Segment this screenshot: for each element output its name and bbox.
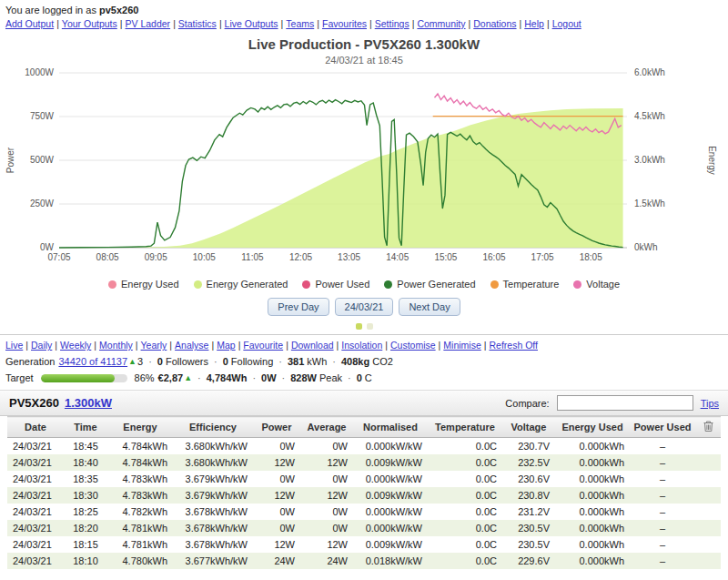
column-header-power-used: Power Used [630, 417, 695, 438]
column-header-efficiency: Efficiency [173, 417, 253, 438]
target-percent: 86% [135, 372, 155, 383]
legend-label: Voltage [586, 279, 620, 290]
nav-link-daily[interactable]: Daily [31, 340, 52, 351]
svg-text:4.5kWh: 4.5kWh [634, 111, 665, 121]
nav-separator: | [337, 340, 339, 351]
cell-energy: 4.783kWh [107, 487, 173, 504]
cell-normalised: 0.000kW/kW [353, 504, 428, 520]
nav-link-customise[interactable]: Customise [390, 340, 436, 351]
legend-item-energy-used: Energy Used [108, 279, 179, 290]
nav-separator: | [94, 340, 96, 351]
divider [0, 334, 728, 335]
nav-link-favourite[interactable]: Favourite [243, 340, 283, 351]
nav-separator: | [520, 18, 522, 29]
nav-link-refresh-off[interactable]: Refresh Off [490, 340, 539, 351]
legend-label: Energy Used [121, 279, 179, 290]
next-day-button[interactable]: Next Day [399, 298, 460, 316]
refresh-indicator [0, 323, 728, 330]
table-row: 24/03/2118:454.784kWh3.680kWh/kW0W0W0.00… [7, 438, 721, 455]
cell-normalised: 0.009kW/kW [353, 536, 428, 553]
system-capacity-link[interactable]: 1.300kW [65, 396, 112, 410]
table-row: 24/03/2118:304.783kWh3.679kWh/kW12W12W0.… [7, 487, 721, 504]
cell-voltage: 230.8V [502, 487, 555, 504]
nav-link-your-outputs[interactable]: Your Outputs [62, 18, 117, 29]
legend-label: Temperature [503, 279, 560, 290]
nav-link-statistics[interactable]: Statistics [178, 18, 217, 29]
cell-efficiency: 3.679kWh/kW [173, 471, 253, 487]
cell-temperature: 0.0C [428, 471, 502, 487]
login-prefix: You are logged in as [5, 5, 99, 15]
rank-up-icon: ▲ [128, 357, 136, 366]
svg-text:14:05: 14:05 [386, 252, 409, 262]
primary-nav: Add Output|Your Outputs|PV Ladder|Statis… [0, 16, 728, 32]
nav-link-download[interactable]: Download [291, 340, 334, 351]
page-title: Live Production - PV5X260 1.300kW [0, 36, 728, 52]
cell-voltage: 230.5V [502, 536, 555, 553]
nav-link-yearly[interactable]: Yearly [141, 340, 167, 351]
nav-link-favourites[interactable]: Favourites [322, 18, 367, 29]
delete-icon[interactable] [695, 417, 721, 438]
cell-actions [695, 504, 721, 520]
cell-energy: 4.781kWh [107, 536, 173, 553]
legend-dot-icon [194, 280, 202, 289]
target-stats: Target 86% €2,87▲ · 4,784Wh · 0W · 828WP… [0, 370, 728, 386]
nav-link-community[interactable]: Community [417, 18, 465, 29]
cell-actions [695, 471, 721, 487]
cell-power-used: – [630, 553, 695, 569]
svg-text:Energy: Energy [707, 146, 717, 175]
nav-separator: | [317, 18, 319, 29]
nav-link-weekly[interactable]: Weekly [60, 340, 91, 351]
legend-label: Power Used [315, 279, 369, 290]
nav-link-settings[interactable]: Settings [375, 18, 410, 29]
table-row: 24/03/2118:254.782kWh3.678kWh/kW0W0W0.00… [7, 504, 721, 520]
cell-time: 18:30 [64, 487, 107, 504]
legend-label: Energy Generated [207, 279, 288, 290]
nav-link-insolation[interactable]: Insolation [341, 340, 382, 351]
production-chart: 0W250W500W750W1000W0kWh1.5kWh3.0kWh4.5kW… [5, 66, 723, 279]
compare-label: Compare: [505, 398, 549, 409]
nav-link-logout[interactable]: Logout [552, 18, 581, 29]
cell-efficiency: 3.678kWh/kW [173, 504, 253, 520]
nav-link-pv-ladder[interactable]: PV Ladder [126, 18, 171, 29]
cell-efficiency: 3.680kWh/kW [173, 438, 253, 455]
nav-separator: | [547, 18, 550, 29]
nav-link-analyse[interactable]: Analyse [175, 340, 208, 351]
legend-item-power-generated: Power Generated [384, 279, 475, 290]
nav-link-map[interactable]: Map [217, 340, 235, 351]
cell-average: 0W [300, 520, 353, 536]
svg-text:500W: 500W [30, 155, 55, 165]
target-label: Target [5, 372, 34, 383]
cell-date: 24/03/21 [7, 487, 64, 504]
svg-text:0W: 0W [40, 242, 55, 252]
nav-link-donations[interactable]: Donations [473, 18, 516, 29]
output-table-section: DateTimeEnergyEfficiencyPowerAverageNorm… [0, 416, 728, 569]
tips-link[interactable]: Tips [701, 398, 719, 409]
nav-link-add-output[interactable]: Add Output [5, 18, 54, 29]
cell-date: 24/03/21 [7, 520, 64, 536]
cell-power: 0W [253, 520, 300, 536]
legend-item-power-used: Power Used [302, 279, 369, 290]
legend-dot-icon [302, 280, 310, 289]
svg-text:07:05: 07:05 [47, 252, 70, 262]
nav-link-minimise[interactable]: Minimise [443, 340, 480, 351]
cell-temperature: 0.0C [428, 504, 502, 520]
nav-separator: | [211, 340, 214, 351]
nav-link-live[interactable]: Live [5, 340, 23, 351]
prev-day-button[interactable]: Prev Day [268, 298, 329, 316]
date-button[interactable]: 24/03/21 [335, 298, 394, 316]
cell-efficiency: 3.680kWh/kW [173, 454, 253, 471]
cell-power: 24W [253, 553, 300, 569]
nav-link-help[interactable]: Help [524, 18, 544, 29]
login-status: You are logged in as pv5x260 [0, 0, 728, 16]
target-progress-bar [41, 374, 127, 382]
cell-power: 12W [253, 487, 300, 504]
nav-separator: | [238, 340, 241, 351]
nav-link-live-outputs[interactable]: Live Outputs [225, 18, 278, 29]
co2-label: CO2 [372, 356, 393, 367]
cell-power: 0W [253, 438, 300, 455]
nav-link-teams[interactable]: Teams [286, 18, 314, 29]
cell-normalised: 0.018kW/kW [353, 553, 428, 569]
rank-link[interactable]: 34420 of 41137 [58, 356, 127, 367]
nav-link-monthly[interactable]: Monthly [99, 340, 133, 351]
compare-input[interactable] [557, 395, 693, 411]
